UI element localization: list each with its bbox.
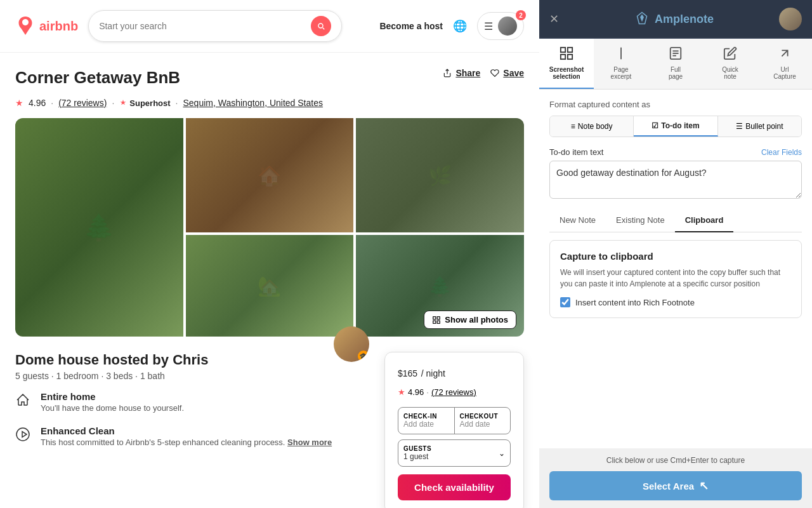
photo-grid: 🌲 🏠 🌿 🏡 🌲 Show all photos bbox=[15, 118, 524, 337]
rich-footnote-label: Insert content into Rich Footnote bbox=[575, 298, 695, 307]
photo-bottom-right: 🌲 Show all photos bbox=[356, 235, 524, 337]
nav-right: Become a host 🌐 ☰ 2 bbox=[379, 12, 524, 40]
format-tab-note-body[interactable]: ≡ Note body bbox=[550, 116, 634, 137]
amplenote-panel: ✕ Amplenote Screenshot selection Page ex… bbox=[539, 0, 812, 508]
check-availability-button[interactable]: Check availability bbox=[398, 474, 511, 500]
booking-card: $165 / night ★ 4.96 · (72 reviews) CHECK… bbox=[384, 352, 524, 508]
photo-top-middle: 🏠 bbox=[186, 118, 354, 232]
photo-top-right: 🌿 bbox=[356, 118, 524, 232]
bullet-icon: ☰ bbox=[736, 122, 743, 131]
format-tab-bullet[interactable]: ☰ Bullet point bbox=[718, 116, 801, 137]
globe-icon[interactable]: 🌐 bbox=[453, 19, 467, 33]
user-menu[interactable]: ☰ 2 bbox=[477, 12, 524, 40]
superhost-badge: Superhost bbox=[119, 98, 170, 108]
format-label: Format captured content as bbox=[549, 100, 802, 109]
show-more-link[interactable]: Show more bbox=[287, 438, 332, 447]
home-icon bbox=[15, 392, 30, 411]
rating: 4.96 bbox=[29, 98, 46, 108]
reviews-link[interactable]: (72 reviews) bbox=[58, 98, 107, 108]
booking-reviews[interactable]: (72 reviews) bbox=[431, 387, 476, 397]
location-link[interactable]: Sequim, Washington, United States bbox=[183, 98, 323, 108]
panel-content: Format captured content as ≡ Note body ☑… bbox=[539, 90, 812, 448]
airbnb-page: airbnb Become a host 🌐 ☰ 2 Corner Getawa… bbox=[0, 0, 539, 508]
user-avatar bbox=[779, 8, 802, 30]
guests-row[interactable]: GUESTS 1 guest ⌄ bbox=[398, 439, 511, 467]
quick-note-icon bbox=[723, 46, 737, 64]
checkin-cell[interactable]: CHECK-IN Add date bbox=[398, 408, 455, 434]
listing-content: Corner Getaway BnB Share Save ★ 4.96 · (… bbox=[0, 53, 539, 508]
avatar bbox=[498, 17, 517, 36]
search-button[interactable] bbox=[311, 16, 331, 36]
feature-title-home: Entire home bbox=[41, 391, 184, 402]
search-bar[interactable] bbox=[88, 10, 342, 42]
checkin-grid: CHECK-IN Add date CHECKOUT Add date bbox=[398, 407, 511, 434]
hamburger-icon: ☰ bbox=[484, 20, 493, 32]
close-button[interactable]: ✕ bbox=[549, 12, 559, 26]
guests-value: 1 guest bbox=[403, 452, 431, 461]
tab-existing-note[interactable]: Existing Note bbox=[606, 209, 675, 232]
svg-rect-9 bbox=[568, 55, 572, 59]
clean-icon bbox=[15, 427, 30, 446]
clear-fields-link[interactable]: Clear Fields bbox=[761, 148, 802, 157]
rich-footnote-checkbox[interactable] bbox=[560, 297, 570, 307]
url-capture-icon bbox=[778, 46, 792, 64]
feature-entire-home: Entire home You'll have the dome house t… bbox=[15, 391, 369, 413]
price-display: $165 / night bbox=[398, 365, 511, 380]
toolbar-page-excerpt[interactable]: Page excerpt bbox=[594, 39, 648, 89]
feature-title-clean: Enhanced Clean bbox=[41, 425, 332, 436]
toolbar-screenshot[interactable]: Screenshot selection bbox=[539, 39, 594, 89]
airbnb-logo[interactable]: airbnb bbox=[15, 16, 78, 36]
feature-desc-home: You'll have the dome house to yourself. bbox=[41, 403, 184, 413]
tab-new-note[interactable]: New Note bbox=[549, 209, 606, 232]
save-button[interactable]: Save bbox=[490, 68, 524, 78]
amplenote-logo: Amplenote bbox=[569, 11, 779, 27]
become-host-link[interactable]: Become a host bbox=[379, 21, 443, 31]
full-page-icon bbox=[669, 46, 683, 64]
search-input[interactable] bbox=[99, 21, 311, 31]
svg-rect-7 bbox=[568, 48, 572, 52]
capture-toolbar: Screenshot selection Page excerpt Full p… bbox=[539, 39, 812, 90]
airbnb-navbar: airbnb Become a host 🌐 ☰ 2 bbox=[0, 0, 539, 53]
listing-meta: ★ 4.96 · (72 reviews) · Superhost · Sequ… bbox=[15, 98, 524, 108]
photo-bottom-middle: 🏡 bbox=[186, 235, 354, 337]
listing-actions: Share Save bbox=[443, 68, 524, 78]
note-body-icon: ≡ bbox=[571, 122, 575, 131]
clipboard-title: Capture to clipboard bbox=[560, 251, 791, 262]
host-avatar: 🎓 bbox=[334, 326, 369, 362]
svg-rect-0 bbox=[433, 316, 436, 319]
clipboard-desc: We will insert your captured content int… bbox=[560, 267, 791, 290]
todo-textarea[interactable]: Good getaway destination for August? bbox=[549, 161, 802, 199]
cursor-icon: ↖ bbox=[699, 479, 709, 493]
share-button[interactable]: Share bbox=[443, 68, 480, 78]
select-area-button[interactable]: Select Area ↖ bbox=[549, 471, 802, 500]
svg-rect-8 bbox=[561, 55, 565, 59]
todo-label: To-do item text bbox=[549, 147, 603, 157]
booking-rating: ★ 4.96 · (72 reviews) bbox=[398, 387, 511, 397]
note-tabs: New Note Existing Note Clipboard bbox=[549, 209, 802, 232]
todo-label-row: To-do item text Clear Fields bbox=[549, 147, 802, 157]
host-subtitle: 5 guests · 1 bedroom · 3 beds · 1 bath bbox=[15, 371, 208, 381]
format-tabs: ≡ Note body ☑ To-do item ☰ Bullet point bbox=[549, 116, 802, 137]
listing-title: Corner Getaway BnB bbox=[15, 68, 180, 88]
todo-icon: ☑ bbox=[652, 121, 658, 130]
page-excerpt-icon bbox=[614, 46, 628, 64]
svg-rect-1 bbox=[437, 316, 440, 319]
panel-header: ✕ Amplenote bbox=[539, 0, 812, 39]
booking-star: ★ bbox=[398, 387, 405, 397]
feature-desc-clean: This host committed to Airbnb's 5-step e… bbox=[41, 438, 332, 447]
listing-bottom: Dome house hosted by Chris 5 guests · 1 … bbox=[15, 352, 524, 508]
svg-marker-5 bbox=[640, 15, 644, 22]
toolbar-quick-note[interactable]: Quick note bbox=[703, 39, 757, 89]
tab-clipboard[interactable]: Clipboard bbox=[675, 209, 734, 232]
svg-rect-6 bbox=[561, 48, 565, 52]
toolbar-url-capture[interactable]: Url Capture bbox=[757, 39, 812, 89]
feature-enhanced-clean: Enhanced Clean This host committed to Ai… bbox=[15, 425, 369, 447]
chevron-down-icon: ⌄ bbox=[499, 449, 505, 458]
svg-rect-2 bbox=[433, 321, 436, 323]
show-all-photos-button[interactable]: Show all photos bbox=[424, 311, 516, 329]
panel-footer: Click below or use Cmd+Enter to capture … bbox=[539, 448, 812, 508]
toolbar-full-page[interactable]: Full page bbox=[648, 39, 703, 89]
photo-main: 🌲 bbox=[15, 118, 183, 337]
checkout-cell[interactable]: CHECKOUT Add date bbox=[455, 408, 511, 434]
format-tab-todo[interactable]: ☑ To-do item bbox=[634, 116, 717, 137]
